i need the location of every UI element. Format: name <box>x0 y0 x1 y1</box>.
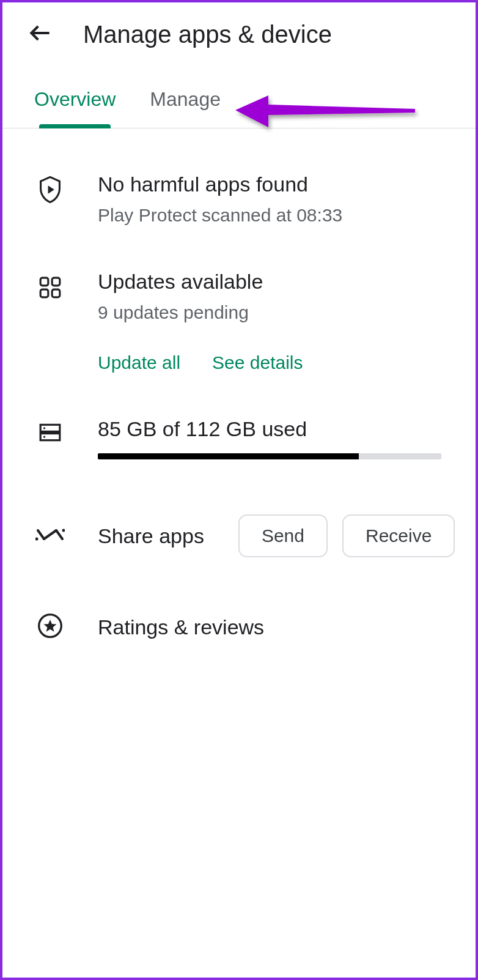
svg-rect-3 <box>52 289 60 297</box>
updates-section: Updates available 9 updates pending Upda… <box>37 226 441 373</box>
protect-title: No harmful apps found <box>98 173 441 196</box>
share-apps-label: Share apps <box>98 524 204 548</box>
see-details-button[interactable]: See details <box>212 352 303 373</box>
apps-grid-icon <box>39 276 62 302</box>
header: Manage apps & device <box>2 2 476 64</box>
svg-point-6 <box>43 427 45 429</box>
content-area: No harmful apps found Play Protect scann… <box>2 128 476 642</box>
storage-progress-bar <box>98 453 441 459</box>
page-title: Manage apps & device <box>83 21 332 48</box>
send-button[interactable]: Send <box>238 514 328 557</box>
storage-section[interactable]: 85 GB of 112 GB used <box>37 373 441 459</box>
ratings-label: Ratings & reviews <box>98 615 264 639</box>
update-all-button[interactable]: Update all <box>98 352 180 373</box>
svg-rect-0 <box>40 278 48 286</box>
back-arrow-icon[interactable] <box>27 20 54 49</box>
star-circle-icon <box>37 612 64 642</box>
share-nearby-icon <box>35 525 65 546</box>
storage-icon <box>39 421 62 447</box>
storage-progress-fill <box>98 453 359 459</box>
shield-play-icon <box>37 175 63 207</box>
updates-subtitle: 9 updates pending <box>98 302 441 323</box>
updates-title: Updates available <box>98 270 441 294</box>
tab-manage[interactable]: Manage <box>150 88 221 128</box>
receive-button[interactable]: Receive <box>342 514 455 557</box>
share-apps-section: Share apps Send Receive <box>37 459 441 557</box>
svg-rect-2 <box>40 289 48 297</box>
protect-subtitle: Play Protect scanned at 08:33 <box>98 205 441 226</box>
svg-rect-1 <box>52 278 60 286</box>
svg-point-8 <box>35 538 39 541</box>
ratings-reviews-section[interactable]: Ratings & reviews <box>37 557 441 642</box>
tab-bar: Overview Manage <box>2 64 476 128</box>
svg-point-7 <box>43 436 45 438</box>
svg-rect-5 <box>40 434 60 440</box>
svg-rect-4 <box>40 425 60 431</box>
tab-overview[interactable]: Overview <box>34 88 116 128</box>
storage-text: 85 GB of 112 GB used <box>98 417 441 441</box>
play-protect-section[interactable]: No harmful apps found Play Protect scann… <box>37 128 441 226</box>
svg-point-9 <box>62 529 65 532</box>
